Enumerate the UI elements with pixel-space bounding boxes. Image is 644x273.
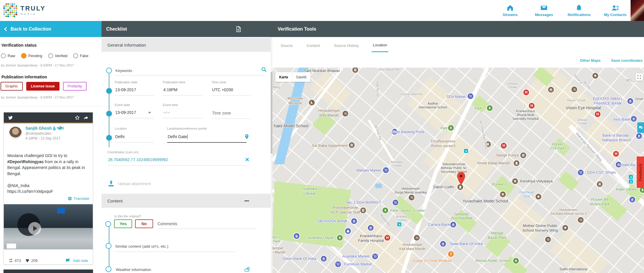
top-nav: TRULY media Streams Messages Notificatio… (0, 0, 644, 21)
tweet-link[interactable]: https://t.co/NmYxMpxqoF (7, 189, 53, 194)
share-icon[interactable] (83, 115, 89, 120)
tweet-hashtag[interactable]: #DeportRohingyas (7, 159, 43, 164)
grad-icon (500, 191, 506, 197)
section-general-information[interactable]: General Information (102, 38, 272, 52)
keywords-check-circle[interactable] (106, 68, 112, 73)
status-option-pending[interactable]: Pending (21, 53, 42, 59)
tab-source[interactable]: Source (279, 38, 294, 52)
map-label: VishramChowk (507, 82, 518, 89)
landmarks-field[interactable]: Delhi Gate (168, 134, 188, 139)
event-time-label: Event time (163, 103, 178, 107)
radio-circle[interactable] (21, 53, 27, 59)
other-maps-link[interactable]: Other Maps (580, 58, 601, 63)
tweet-author-name[interactable]: Sanjib Ghosh💧সঞ্জীব (25, 126, 64, 131)
similar-content-field[interactable]: Similar content (add url's, etc.) (115, 244, 168, 249)
map-label: Manav Chowk (567, 99, 585, 102)
status-option-raw[interactable]: Raw (1, 53, 15, 59)
location-field[interactable]: Delhi (115, 134, 125, 139)
map-type-map-button[interactable]: Karte (275, 72, 292, 82)
map-label: Kendriya Vidyalaya (520, 179, 552, 184)
save-coordinates-link[interactable]: Save coordinates (611, 58, 643, 63)
feedback-tab[interactable]: Feedback (637, 156, 644, 188)
add-note-icon (65, 258, 70, 263)
chat-widget-tab[interactable] (637, 122, 644, 133)
clear-coordinates-icon[interactable] (245, 157, 249, 162)
map-label: Yuvashakti Model School (463, 199, 508, 204)
status-option-fake[interactable]: Fake (73, 53, 88, 59)
fullscreen-button[interactable] (636, 73, 643, 81)
radio-circle[interactable] (1, 53, 6, 58)
tab-location[interactable]: Location (372, 38, 388, 52)
verification-status-options: RawPendingVerifiedFake (1, 53, 88, 59)
publication-check-circle[interactable] (106, 88, 112, 94)
map-label: State Ba (620, 163, 635, 167)
star-icon[interactable] (75, 115, 80, 120)
om-icon (342, 111, 348, 117)
status-option-verified[interactable]: Verified (48, 53, 67, 59)
bank-icon (450, 222, 456, 228)
map-label: ShikaariChowk (577, 118, 588, 125)
nav-my-contacts[interactable]: My Contacts (604, 4, 626, 17)
radio-circle[interactable] (73, 53, 78, 58)
add-note-button[interactable]: Add note (65, 258, 88, 263)
weather-check-circle[interactable] (106, 266, 111, 272)
event-check-circle[interactable] (106, 111, 112, 117)
publication-tag-profanity[interactable]: Profanity (63, 82, 87, 91)
map-marker-icon[interactable] (457, 172, 466, 185)
radio-label: Raw (8, 54, 15, 58)
back-to-collection-label: Back to Collection (10, 27, 51, 32)
map-type-satellite-button[interactable]: Satellit (292, 72, 310, 82)
nav-streams[interactable]: Streams (500, 4, 520, 17)
event-date-dropdown-caret[interactable] (148, 112, 151, 114)
comments-field[interactable]: Comments (158, 221, 177, 226)
section-content-label: Content (107, 198, 123, 203)
publication-time-field[interactable]: 4:18PM (163, 87, 177, 92)
radio-circle[interactable] (48, 53, 53, 58)
export-pdf-icon[interactable] (235, 26, 242, 32)
heart-icon (25, 258, 30, 263)
cart-icon (383, 167, 389, 173)
tab-content[interactable]: Content (305, 38, 321, 52)
original-no-button[interactable]: No (135, 219, 153, 228)
map-label: Avantika Udyan (308, 235, 334, 240)
weather-icon[interactable] (244, 266, 251, 273)
event-time-field[interactable]: --:-- (163, 110, 170, 115)
tab-source-history[interactable]: Source History (333, 38, 360, 52)
user-avatar[interactable] (631, 0, 644, 21)
map-links-row: Other Maps Save coordinates (580, 53, 643, 68)
original-check-circle[interactable] (105, 221, 111, 227)
publication-tag-license-issue[interactable]: License issue (26, 82, 60, 91)
radio-label: Pending (28, 54, 42, 58)
original-yes-button[interactable]: Yes (114, 219, 132, 228)
google-map[interactable]: HHHHHH Sant Nirankari BhawanSom Bazar Rd… (272, 68, 644, 273)
nav-notifications[interactable]: Notifications (568, 4, 591, 17)
tree-icon (487, 105, 493, 111)
search-icon[interactable] (261, 67, 267, 73)
checklist-panel: Checklist General Information Keywords P… (102, 21, 273, 273)
divider (0, 106, 102, 106)
map-label: DDA Market (447, 95, 466, 99)
section-content[interactable]: Content (102, 194, 272, 208)
upload-attachment-button[interactable]: Upload attachment (107, 180, 151, 187)
map-pin-icon[interactable] (244, 133, 250, 140)
coordinates-field[interactable]: 28.7040592,77.10249019999992 (108, 157, 168, 162)
event-time-zone-field[interactable]: Time zone (212, 111, 231, 115)
om-icon (545, 237, 551, 242)
nav-messages[interactable]: Messages (534, 4, 554, 17)
brand-logo[interactable]: TRULY media (2, 2, 46, 18)
grad-icon (562, 225, 568, 231)
publication-tag-graphic[interactable]: Graphic (1, 82, 23, 91)
tweet-mention[interactable]: @NIA_India (7, 183, 29, 188)
similar-check-circle[interactable] (106, 243, 111, 249)
nav-streams-label: Streams (503, 13, 517, 17)
time-zone-field[interactable]: UTC +0200 (212, 87, 233, 92)
tweet-avatar[interactable] (9, 126, 22, 139)
translate-button[interactable]: Translate (68, 196, 89, 201)
location-check-circle[interactable] (106, 135, 112, 141)
collapse-minus-icon[interactable] (244, 200, 249, 201)
event-date-field[interactable]: 13-09-2017 (115, 110, 136, 115)
back-to-collection-button[interactable]: Back to Collection (0, 21, 102, 37)
bank-icon (627, 98, 633, 104)
play-button[interactable] (28, 222, 41, 235)
publication-date-field[interactable]: 13-09-2017 (115, 87, 136, 92)
